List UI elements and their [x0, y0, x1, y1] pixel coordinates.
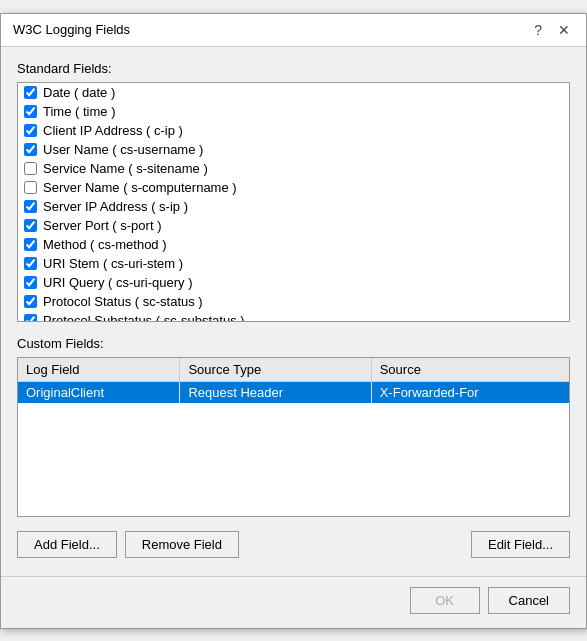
list-item[interactable]: Server IP Address ( s-ip )	[18, 197, 569, 216]
checkbox-time[interactable]	[24, 105, 37, 118]
standard-fields-listbox[interactable]: Date ( date )Time ( time )Client IP Addr…	[17, 82, 570, 322]
remove-field-button[interactable]: Remove Field	[125, 531, 239, 558]
table-header-row: Log FieldSource TypeSource	[18, 358, 569, 382]
checkbox-label-s-port: Server Port ( s-port )	[43, 218, 161, 233]
table-cell-log-field: OriginalClient	[18, 381, 180, 403]
checkbox-s-sitename[interactable]	[24, 162, 37, 175]
checkbox-s-ip[interactable]	[24, 200, 37, 213]
checkbox-date[interactable]	[24, 86, 37, 99]
close-button[interactable]: ✕	[554, 22, 574, 38]
list-item[interactable]: Method ( cs-method )	[18, 235, 569, 254]
right-action-buttons: Edit Field...	[471, 531, 570, 558]
list-item[interactable]: Protocol Substatus ( sc-substatus )	[18, 311, 569, 322]
checkbox-label-time: Time ( time )	[43, 104, 115, 119]
checkbox-label-cs-uri-query: URI Query ( cs-uri-query )	[43, 275, 193, 290]
title-bar: W3C Logging Fields ? ✕	[1, 14, 586, 47]
checkbox-cs-uri-query[interactable]	[24, 276, 37, 289]
table-col-source: Source	[371, 358, 569, 382]
left-action-buttons: Add Field... Remove Field	[17, 531, 239, 558]
help-button[interactable]: ?	[530, 22, 546, 38]
table-col-source-type: Source Type	[180, 358, 371, 382]
ok-button[interactable]: OK	[410, 587, 480, 614]
checkbox-s-port[interactable]	[24, 219, 37, 232]
table-col-log-field: Log Field	[18, 358, 180, 382]
custom-fields-table-container[interactable]: Log FieldSource TypeSource OriginalClien…	[17, 357, 570, 517]
table-cell-source: X-Forwarded-For	[371, 381, 569, 403]
custom-fields-table: Log FieldSource TypeSource OriginalClien…	[18, 358, 569, 403]
list-item[interactable]: Time ( time )	[18, 102, 569, 121]
checkbox-cs-username[interactable]	[24, 143, 37, 156]
checkbox-cs-method[interactable]	[24, 238, 37, 251]
table-row[interactable]: OriginalClientRequest HeaderX-Forwarded-…	[18, 381, 569, 403]
checkbox-label-s-computername: Server Name ( s-computername )	[43, 180, 237, 195]
checkbox-sc-substatus[interactable]	[24, 314, 37, 322]
list-item[interactable]: Service Name ( s-sitename )	[18, 159, 569, 178]
custom-fields-tbody: OriginalClientRequest HeaderX-Forwarded-…	[18, 381, 569, 403]
checkbox-label-c-ip: Client IP Address ( c-ip )	[43, 123, 183, 138]
checkbox-label-sc-substatus: Protocol Substatus ( sc-substatus )	[43, 313, 245, 322]
custom-fields-label: Custom Fields:	[17, 336, 570, 351]
dialog-body: Standard Fields: Date ( date )Time ( tim…	[1, 47, 586, 572]
list-item[interactable]: Server Port ( s-port )	[18, 216, 569, 235]
add-field-button[interactable]: Add Field...	[17, 531, 117, 558]
list-item[interactable]: Client IP Address ( c-ip )	[18, 121, 569, 140]
list-item[interactable]: User Name ( cs-username )	[18, 140, 569, 159]
cancel-button[interactable]: Cancel	[488, 587, 570, 614]
checkbox-s-computername[interactable]	[24, 181, 37, 194]
dialog-title: W3C Logging Fields	[13, 22, 130, 37]
checkbox-label-cs-method: Method ( cs-method )	[43, 237, 167, 252]
dialog-footer: OK Cancel	[1, 576, 586, 628]
checkbox-label-s-ip: Server IP Address ( s-ip )	[43, 199, 188, 214]
checkbox-label-date: Date ( date )	[43, 85, 115, 100]
checkbox-label-cs-uri-stem: URI Stem ( cs-uri-stem )	[43, 256, 183, 271]
w3c-logging-fields-dialog: W3C Logging Fields ? ✕ Standard Fields: …	[0, 13, 587, 629]
action-buttons: Add Field... Remove Field Edit Field...	[17, 531, 570, 558]
list-item[interactable]: Server Name ( s-computername )	[18, 178, 569, 197]
standard-fields-label: Standard Fields:	[17, 61, 570, 76]
checkbox-label-s-sitename: Service Name ( s-sitename )	[43, 161, 208, 176]
list-item[interactable]: URI Query ( cs-uri-query )	[18, 273, 569, 292]
checkbox-label-sc-status: Protocol Status ( sc-status )	[43, 294, 203, 309]
checkbox-c-ip[interactable]	[24, 124, 37, 137]
edit-field-button[interactable]: Edit Field...	[471, 531, 570, 558]
checkbox-label-cs-username: User Name ( cs-username )	[43, 142, 203, 157]
title-bar-controls: ? ✕	[530, 22, 574, 38]
list-item[interactable]: Protocol Status ( sc-status )	[18, 292, 569, 311]
list-item[interactable]: Date ( date )	[18, 83, 569, 102]
checkbox-sc-status[interactable]	[24, 295, 37, 308]
table-cell-source-type: Request Header	[180, 381, 371, 403]
list-item[interactable]: URI Stem ( cs-uri-stem )	[18, 254, 569, 273]
checkbox-cs-uri-stem[interactable]	[24, 257, 37, 270]
